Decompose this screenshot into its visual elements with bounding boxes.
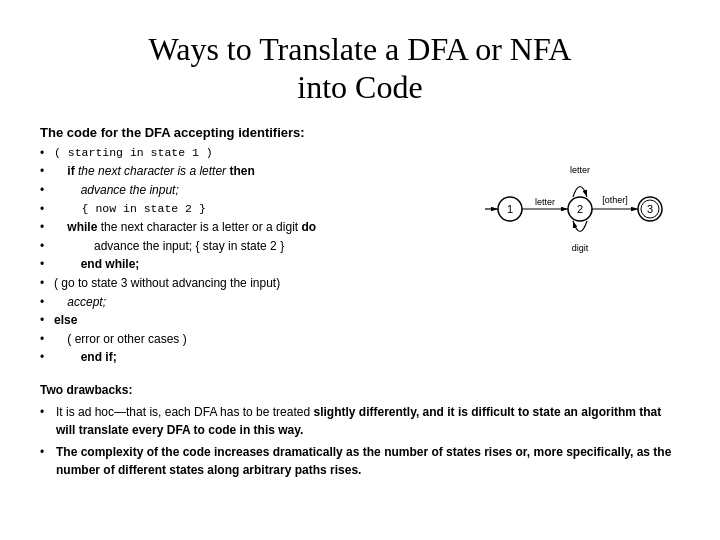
list-item: • The complexity of the code increases d… — [40, 443, 680, 479]
list-item: • It is ad hoc—that is, each DFA has to … — [40, 403, 680, 439]
dfa-svg: 1 letter 2 letter [other] 3 d — [480, 154, 680, 264]
drawback-2-text: The complexity of the code increases dra… — [56, 443, 680, 479]
state-2-label: 2 — [577, 203, 583, 215]
bullet: • — [40, 311, 50, 330]
list-item: • else — [40, 311, 470, 330]
bullet: • — [40, 218, 50, 237]
bullet: • — [40, 403, 50, 439]
bullet: • — [40, 348, 50, 367]
state-3-label: 3 — [647, 203, 653, 215]
list-item: • ( error or other cases ) — [40, 330, 470, 349]
list-item: • ( go to state 3 without advancing the … — [40, 274, 470, 293]
self-loop-digit-label: digit — [572, 243, 589, 253]
dfa-diagram: 1 letter 2 letter [other] 3 d — [480, 154, 680, 264]
code-items: • ( starting in state 1 ) • if the next … — [40, 144, 470, 367]
code-section-label: The code for the DFA accepting identifie… — [40, 125, 680, 140]
code-list: • ( starting in state 1 ) • if the next … — [40, 144, 470, 367]
bullet: • — [40, 293, 50, 312]
list-item: • end if; — [40, 348, 470, 367]
page: Ways to Translate a DFA or NFA into Code… — [0, 0, 720, 540]
edge-other-label: [other] — [602, 195, 628, 205]
list-item: • advance the input; { stay in state 2 } — [40, 237, 470, 256]
list-item: • accept; — [40, 293, 470, 312]
list-item: • while the next character is a letter o… — [40, 218, 470, 237]
bullet: • — [40, 330, 50, 349]
bullet: • — [40, 237, 50, 256]
bullet: • — [40, 162, 50, 181]
bullet: • — [40, 274, 50, 293]
drawbacks-list: • It is ad hoc—that is, each DFA has to … — [40, 403, 680, 479]
drawback-1-text: It is ad hoc—that is, each DFA has to be… — [56, 403, 680, 439]
bullet: • — [40, 255, 50, 274]
list-item: • if the next character is a letter then — [40, 162, 470, 181]
drawbacks-section: Two drawbacks: • It is ad hoc—that is, e… — [40, 381, 680, 479]
edge-letter-label: letter — [535, 197, 555, 207]
list-item: • advance the input; — [40, 181, 470, 200]
state-1-label: 1 — [507, 203, 513, 215]
bullet: • — [40, 200, 50, 219]
list-item: • ( starting in state 1 ) — [40, 144, 470, 163]
list-item: • end while; — [40, 255, 470, 274]
bullet: • — [40, 181, 50, 200]
self-loop-letter-label: letter — [570, 165, 590, 175]
bullet: • — [40, 443, 50, 479]
list-item: • { now in state 2 } — [40, 200, 470, 219]
drawbacks-label: Two drawbacks: — [40, 381, 680, 399]
bullet: • — [40, 144, 50, 163]
page-title: Ways to Translate a DFA or NFA into Code — [40, 30, 680, 107]
content-area: • ( starting in state 1 ) • if the next … — [40, 144, 680, 367]
